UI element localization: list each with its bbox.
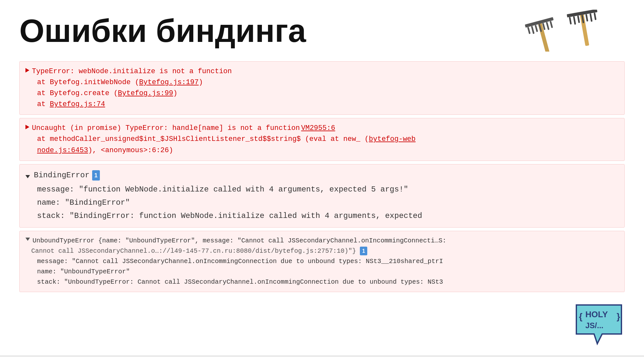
unbound-second-line: Cannot call JSSecondaryChannel.o…://l49-… bbox=[25, 246, 619, 256]
stack-link-1-3[interactable]: Bytefog.js:74 bbox=[50, 100, 105, 108]
svg-rect-12 bbox=[573, 16, 576, 25]
binding-prop-stack: stack: "BindingError: function WebNode.i… bbox=[25, 210, 619, 223]
unbound-prop-message: message: "Cannot call JSSecondaryChannel… bbox=[25, 256, 619, 267]
collapse-triangle-2[interactable] bbox=[25, 125, 29, 129]
svg-rect-3 bbox=[531, 26, 534, 34]
svg-rect-9 bbox=[580, 12, 589, 46]
error-block-1: TypeError: webNode.initialize is not a f… bbox=[19, 61, 625, 115]
collapse-triangle-1[interactable] bbox=[25, 68, 29, 73]
unbound-header-text: UnboundTypeError {name: "UnboundTypeErro… bbox=[33, 236, 446, 246]
error-block-2: Uncaught (in promise) TypeError: handle[… bbox=[19, 118, 625, 161]
svg-rect-8 bbox=[550, 21, 553, 28]
svg-text:}: } bbox=[617, 311, 620, 321]
error-header-2: Uncaught (in promise) TypeError: handle[… bbox=[25, 123, 619, 134]
stack-line-2-1: at methodCaller_unsigned$int_$JSHlsClien… bbox=[37, 134, 619, 156]
stack-link-1-1[interactable]: Bytefog.js:197 bbox=[139, 78, 199, 86]
bottom-divider bbox=[0, 356, 644, 357]
svg-rect-15 bbox=[585, 14, 588, 22]
rake-svg bbox=[522, 10, 625, 52]
svg-rect-7 bbox=[546, 22, 549, 30]
binding-error-header: BindingError 1 bbox=[25, 169, 619, 182]
expand-triangle-4[interactable] bbox=[25, 238, 30, 241]
binding-error-name: BindingError bbox=[34, 169, 90, 182]
holyjs-logo-svg: { } HOLY JS/... bbox=[573, 302, 625, 347]
stack-line-1-2: at Bytefog.create (Bytefog.js:99) bbox=[37, 88, 619, 99]
error-block-3: BindingError 1 message: "function WebNod… bbox=[19, 164, 625, 228]
page-container: Ошибки биндинга bbox=[0, 0, 644, 363]
holyjs-logo: { } HOLY JS/... bbox=[573, 302, 625, 347]
error-header-1: TypeError: webNode.initialize is not a f… bbox=[25, 66, 619, 77]
error-stack-1: at Bytefog.initWebNode (Bytefog.js:197) … bbox=[25, 77, 619, 110]
svg-rect-11 bbox=[569, 17, 572, 25]
stack-line-1-3: at Bytefog.js:74 bbox=[37, 99, 619, 110]
header-area: Ошибки биндинга bbox=[19, 10, 625, 52]
svg-text:JS/...: JS/... bbox=[585, 321, 603, 330]
page-title: Ошибки биндинга bbox=[19, 15, 306, 47]
svg-text:{: { bbox=[579, 311, 582, 321]
error-block-4: UnboundTypeError {name: "UnboundTypeErro… bbox=[19, 231, 625, 292]
svg-rect-17 bbox=[594, 13, 597, 20]
stack-link-2-1[interactable]: bytefog-webnode.js:6453 bbox=[37, 135, 416, 154]
unbound-badge: 1 bbox=[360, 247, 367, 256]
rake-icon-area bbox=[522, 10, 625, 52]
stack-link-1-2[interactable]: Bytefog.js:99 bbox=[118, 89, 173, 97]
svg-rect-2 bbox=[527, 27, 531, 34]
expand-triangle-3[interactable] bbox=[25, 175, 30, 178]
unbound-prop-name: name: "UnboundTypeError" bbox=[25, 267, 619, 277]
svg-rect-4 bbox=[535, 25, 538, 32]
stack-line-1-1: at Bytefog.initWebNode (Bytefog.js:197) bbox=[37, 77, 619, 88]
svg-rect-16 bbox=[590, 13, 592, 22]
binding-prop-name: name: "BindingError" bbox=[25, 196, 619, 210]
error-stack-2: at methodCaller_unsigned$int_$JSHlsClien… bbox=[25, 134, 619, 156]
unbound-prop-stack: stack: "UnboundTypeError: Cannot call JS… bbox=[25, 277, 619, 287]
svg-rect-13 bbox=[577, 15, 580, 23]
binding-prop-message: message: "function WebNode.initialize ca… bbox=[25, 183, 619, 196]
error-message-2: Uncaught (in promise) TypeError: handle[… bbox=[32, 123, 300, 134]
vm-ref-2[interactable]: VM2955:6 bbox=[301, 123, 335, 134]
svg-text:HOLY: HOLY bbox=[585, 309, 608, 319]
error-message-1: TypeError: webNode.initialize is not a f… bbox=[32, 66, 232, 77]
unbound-first-line: UnboundTypeError {name: "UnboundTypeErro… bbox=[25, 236, 619, 246]
binding-error-badge: 1 bbox=[92, 170, 100, 181]
